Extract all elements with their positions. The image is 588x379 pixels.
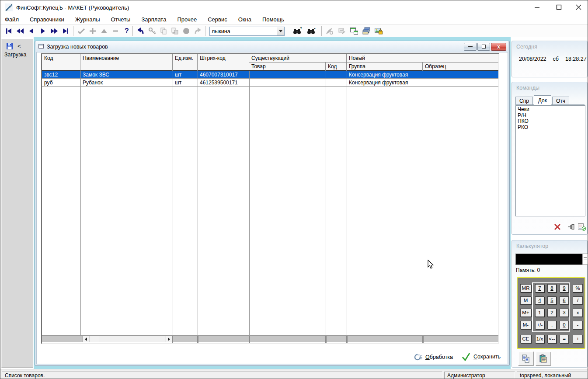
column-header-tovar[interactable]: Товар <box>249 63 326 71</box>
key-plusminus[interactable]: +/- <box>535 321 544 329</box>
key-m[interactable]: M <box>520 296 531 305</box>
nav-fast-back-icon[interactable] <box>15 27 25 35</box>
key-2[interactable]: 2 <box>547 309 557 317</box>
minimize-button[interactable] <box>527 0 546 14</box>
key-7[interactable]: 7 <box>535 284 544 292</box>
key-plus[interactable]: + <box>573 335 583 343</box>
document-window-titlebar[interactable]: Загрузка новых товаров x <box>36 41 508 52</box>
command-item-pko[interactable]: ПКО <box>518 118 583 125</box>
maximize-button[interactable] <box>549 0 568 14</box>
dock-collapse-button[interactable]: < <box>17 43 21 49</box>
calc-paste-button[interactable] <box>536 351 551 366</box>
menu-file[interactable]: Файл <box>5 15 19 24</box>
save-button[interactable]: Сохранить <box>461 352 501 361</box>
command-item-rn[interactable]: Р/Н <box>518 113 583 119</box>
tab-spr[interactable]: Спр <box>515 97 533 104</box>
doc-close-button[interactable]: x <box>491 43 506 51</box>
cascade-windows-icon[interactable] <box>362 27 371 35</box>
table-row[interactable]: звс12 Замок ЗВС шт 4607007310017 Консерв… <box>42 71 498 79</box>
column-header-obrazec[interactable]: Образец <box>423 63 498 71</box>
copy-icon[interactable] <box>159 27 168 35</box>
delete-x-icon[interactable] <box>553 223 562 233</box>
key-0[interactable]: 0 <box>560 321 569 329</box>
key-m-minus[interactable]: M- <box>520 321 531 329</box>
nav-forward-icon[interactable] <box>38 27 48 35</box>
redo-icon[interactable] <box>193 27 202 35</box>
key-dot[interactable]: . <box>547 321 557 329</box>
calculator-display-scroll[interactable] <box>582 254 588 265</box>
quick-report-icon[interactable] <box>325 27 334 35</box>
key-multiply[interactable]: x <box>573 309 583 317</box>
command-item-cheki[interactable]: Чеки <box>518 107 583 113</box>
confirm-icon[interactable] <box>77 27 86 35</box>
key-5[interactable]: 5 <box>547 296 557 305</box>
paste-special-icon[interactable] <box>170 27 180 35</box>
combobox-dropdown-button[interactable] <box>277 27 284 35</box>
menu-help[interactable]: Помощь <box>262 15 284 24</box>
key-backspace[interactable]: <-- <box>547 335 557 343</box>
calc-copy-button[interactable] <box>518 351 534 366</box>
add-icon[interactable] <box>88 27 97 35</box>
nav-fast-forward-icon[interactable] <box>49 27 59 35</box>
tab-dok[interactable]: Док <box>534 95 551 105</box>
doc-restore-button[interactable] <box>477 43 490 51</box>
key-ce[interactable]: CE <box>520 335 531 343</box>
tab-otch[interactable]: Отч <box>552 97 569 104</box>
doc-minimize-button[interactable] <box>464 43 477 51</box>
column-header-kod[interactable]: Код <box>42 54 80 71</box>
find-key-icon[interactable] <box>147 27 157 35</box>
key-1[interactable]: 1 <box>535 309 544 317</box>
process-button[interactable]: Обработка <box>414 353 453 361</box>
new-window-icon[interactable] <box>349 27 359 35</box>
menu-service[interactable]: Сервис <box>208 15 227 24</box>
key-equals[interactable]: = <box>560 335 569 343</box>
key-mr[interactable]: MR <box>520 284 531 292</box>
search-combobox[interactable]: лыкина <box>209 27 285 36</box>
menu-other[interactable]: Прочее <box>177 15 197 24</box>
hscroll-right-button[interactable] <box>166 336 172 342</box>
nav-back-icon[interactable] <box>27 27 36 35</box>
key-minus[interactable]: - <box>573 321 583 329</box>
key-m-plus[interactable]: M+ <box>520 309 531 317</box>
stop-icon[interactable] <box>181 27 191 35</box>
journal-check-icon[interactable] <box>578 223 586 233</box>
key-6[interactable]: 6 <box>560 296 569 305</box>
group-header-existing[interactable]: Существующий <box>249 54 347 63</box>
delete-icon[interactable] <box>111 27 120 35</box>
column-header-barcode[interactable]: Штрих-код <box>198 54 249 71</box>
key-8[interactable]: 8 <box>547 284 557 292</box>
key-4[interactable]: 4 <box>535 296 544 305</box>
key-percent[interactable]: % <box>573 284 583 292</box>
table-row[interactable]: руб Рубанок шт 4612539500171 Консервация… <box>42 79 498 87</box>
search-input[interactable]: лыкина <box>210 27 277 35</box>
column-header-unit[interactable]: Ед.изм. <box>173 54 198 71</box>
nav-last-icon[interactable] <box>61 27 70 35</box>
nav-first-icon[interactable] <box>4 27 14 35</box>
find-remove-icon[interactable]: - <box>306 27 316 35</box>
column-header-name[interactable]: Наименование <box>80 54 173 71</box>
key-9[interactable]: 9 <box>560 284 569 292</box>
menu-references[interactable]: Справочники <box>30 15 64 24</box>
undo-icon[interactable] <box>136 27 146 35</box>
command-item-rko[interactable]: РКО <box>518 125 583 131</box>
find-add-icon[interactable]: + <box>292 27 302 35</box>
dock-label[interactable]: Загрузка <box>4 52 27 58</box>
key-3[interactable]: 3 <box>560 309 569 317</box>
image-lock-icon[interactable] <box>374 27 383 35</box>
column-header-gruppa[interactable]: Группа <box>347 63 423 71</box>
move-up-icon[interactable] <box>99 27 109 35</box>
chart-icon[interactable] <box>337 27 347 35</box>
menu-reports[interactable]: Отчеты <box>111 15 131 24</box>
menu-windows[interactable]: Окна <box>238 15 251 24</box>
help-icon[interactable]: ? <box>122 27 132 35</box>
pin-icon[interactable] <box>567 223 576 233</box>
menu-journals[interactable]: Журналы <box>75 15 100 24</box>
key-reciprocal[interactable]: 1/x <box>535 335 544 343</box>
group-header-new[interactable]: Новый <box>347 54 498 63</box>
hscroll-left-button[interactable] <box>83 336 89 342</box>
hscroll-thumb[interactable] <box>90 336 99 342</box>
key-divide[interactable]: / <box>573 296 583 305</box>
close-button[interactable] <box>569 0 588 14</box>
column-header-kod2[interactable]: Код <box>326 63 347 71</box>
menu-salary[interactable]: Зарплата <box>141 15 166 24</box>
